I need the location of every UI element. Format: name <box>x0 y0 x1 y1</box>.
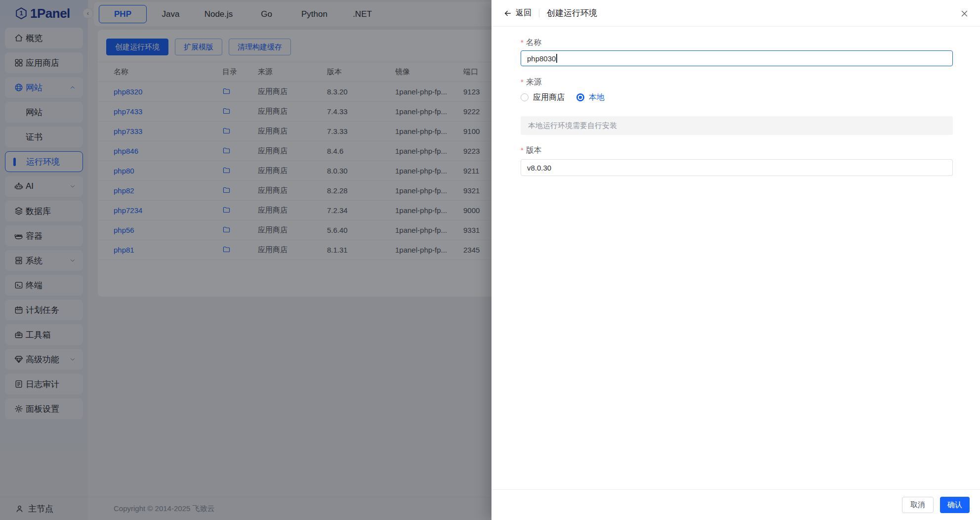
create-runtime-drawer: 返回 创建运行环境 * 名称 php8030 * 来源 应用商店 <box>491 0 980 520</box>
app-root: 1 1Panel 概览应用商店网站网站证书运行环境AI数据库容器系统终端计划任务… <box>0 0 980 520</box>
required-asterisk: * <box>521 78 524 86</box>
local-install-notice: 本地运行环境需要自行安装 <box>521 116 953 135</box>
back-button[interactable]: 返回 <box>503 8 531 18</box>
source-field-label: * 来源 <box>521 77 953 86</box>
text-caret <box>556 54 557 63</box>
required-asterisk: * <box>521 38 524 46</box>
close-icon[interactable] <box>960 9 969 18</box>
drawer-body: * 名称 php8030 * 来源 应用商店 本地 本地运行环境需要自行安装 *… <box>491 27 980 489</box>
radio-appstore[interactable] <box>521 93 529 101</box>
source-radio-group: 应用商店 本地 <box>521 92 953 102</box>
drawer-footer: 取消 确认 <box>491 489 980 520</box>
radio-local-label[interactable]: 本地 <box>589 92 605 103</box>
drawer-header: 返回 创建运行环境 <box>491 0 980 27</box>
name-input[interactable]: php8030 <box>521 50 953 66</box>
arrow-left-icon <box>503 9 512 18</box>
radio-local[interactable] <box>576 93 584 101</box>
radio-appstore-label[interactable]: 应用商店 <box>533 92 565 103</box>
required-asterisk: * <box>521 146 524 154</box>
version-select[interactable]: v8.0.30 <box>521 159 953 176</box>
version-field-label: * 版本 <box>521 145 953 154</box>
cancel-button[interactable]: 取消 <box>902 497 934 513</box>
confirm-button[interactable]: 确认 <box>940 497 970 513</box>
header-divider <box>539 9 539 17</box>
back-label: 返回 <box>516 8 531 18</box>
drawer-title: 创建运行环境 <box>547 7 597 19</box>
name-field-label: * 名称 <box>521 38 953 46</box>
